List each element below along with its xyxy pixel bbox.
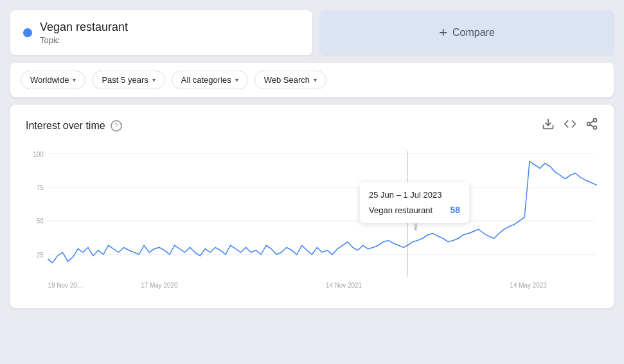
- svg-line-5: [590, 121, 594, 123]
- svg-text:14 May 2023: 14 May 2023: [510, 281, 547, 289]
- svg-line-4: [590, 125, 594, 126]
- geo-chevron-icon: ▾: [73, 76, 76, 83]
- type-filter-label: Web Search: [264, 75, 310, 85]
- help-icon[interactable]: ?: [111, 120, 122, 132]
- type-chevron-icon: ▾: [314, 76, 317, 83]
- category-chevron-icon: ▾: [235, 76, 238, 83]
- svg-text:25: 25: [37, 251, 44, 259]
- chart-actions: [542, 117, 598, 134]
- svg-text:50: 50: [37, 218, 44, 225]
- search-text: Vegan restaurant Topic: [40, 21, 128, 45]
- time-chevron-icon: ▾: [152, 76, 156, 83]
- chart-svg: 100 75 50 25 Note 18 Nov 20...: [26, 144, 598, 298]
- svg-text:18 Nov 20...: 18 Nov 20...: [48, 281, 82, 289]
- chart-card: Interest over time ?: [10, 105, 614, 308]
- chart-title-row: Interest over time ?: [26, 120, 122, 132]
- svg-text:Note: Note: [413, 218, 419, 231]
- compare-label: Compare: [452, 27, 495, 39]
- category-filter-button[interactable]: All categories ▾: [172, 71, 248, 89]
- time-filter-label: Past 5 years: [102, 75, 148, 85]
- search-title: Vegan restaurant: [40, 21, 128, 34]
- svg-text:17 May 2020: 17 May 2020: [141, 281, 177, 289]
- svg-text:100: 100: [33, 150, 44, 158]
- svg-text:75: 75: [37, 184, 44, 192]
- type-filter-button[interactable]: Web Search ▾: [254, 71, 326, 89]
- geo-filter-button[interactable]: Worldwide ▾: [21, 71, 85, 89]
- chart-title: Interest over time: [26, 120, 105, 132]
- download-icon[interactable]: [542, 117, 555, 134]
- category-filter-label: All categories: [181, 75, 231, 85]
- topic-dot: [23, 28, 32, 37]
- compare-plus-icon: +: [439, 24, 447, 41]
- geo-filter-label: Worldwide: [30, 75, 69, 85]
- filter-row: Worldwide ▾ Past 5 years ▾ All categorie…: [10, 63, 614, 97]
- chart-container: 100 75 50 25 Note 18 Nov 20...: [26, 144, 598, 298]
- chart-header: Interest over time ?: [26, 117, 598, 134]
- share-icon[interactable]: [585, 117, 598, 134]
- svg-text:14 Nov 2021: 14 Nov 2021: [326, 281, 362, 289]
- search-subtitle: Topic: [40, 35, 128, 45]
- search-card: Vegan restaurant Topic: [10, 10, 312, 55]
- time-filter-button[interactable]: Past 5 years ▾: [92, 71, 165, 89]
- top-row: Vegan restaurant Topic + Compare: [10, 10, 614, 55]
- embed-icon[interactable]: [564, 117, 576, 134]
- compare-card[interactable]: + Compare: [320, 10, 614, 55]
